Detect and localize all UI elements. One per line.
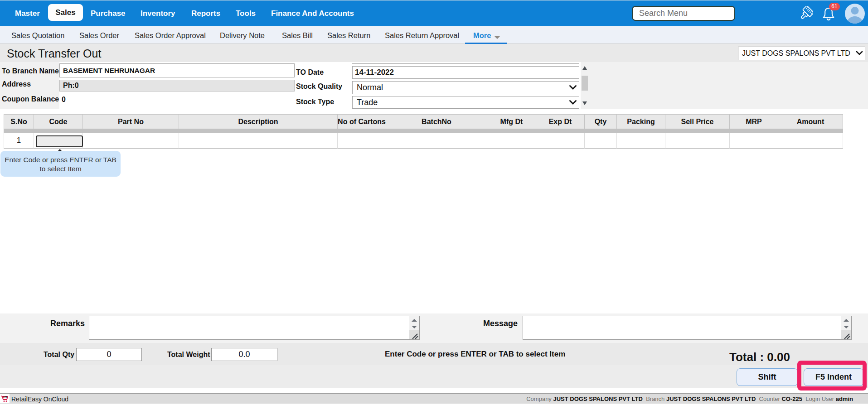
svg-text:RE: RE <box>3 395 9 399</box>
